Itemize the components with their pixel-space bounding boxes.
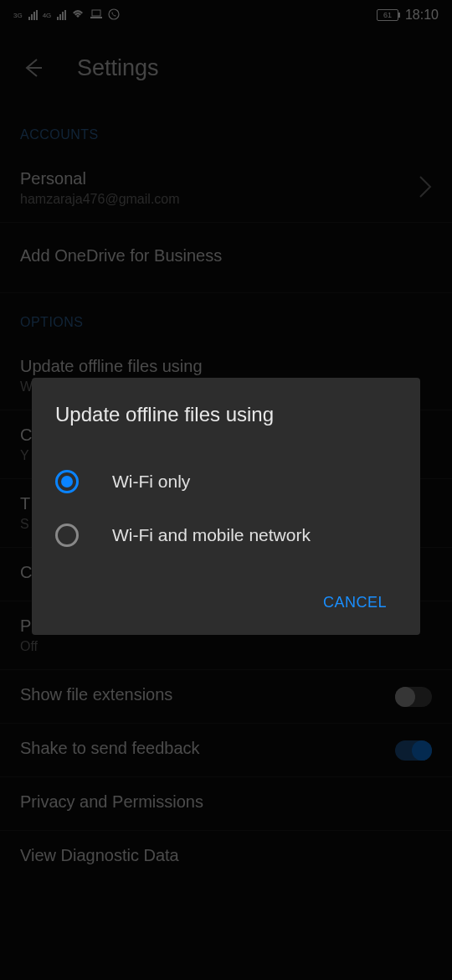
update-offline-dialog: Update offline files using Wi-Fi only Wi… [32, 378, 420, 635]
dialog-overlay[interactable]: Update offline files using Wi-Fi only Wi… [0, 0, 452, 980]
dialog-actions: CANCEL [52, 587, 400, 618]
radio-option-wifi-mobile[interactable]: Wi-Fi and mobile network [52, 508, 400, 562]
radio-label-2: Wi-Fi and mobile network [112, 525, 311, 545]
radio-option-wifi-only[interactable]: Wi-Fi only [52, 455, 400, 508]
radio-label-1: Wi-Fi only [112, 472, 190, 492]
radio-unselected-icon [55, 524, 79, 547]
radio-selected-icon [55, 470, 79, 493]
dialog-title: Update offline files using [52, 403, 400, 426]
cancel-button[interactable]: CANCEL [310, 587, 400, 618]
